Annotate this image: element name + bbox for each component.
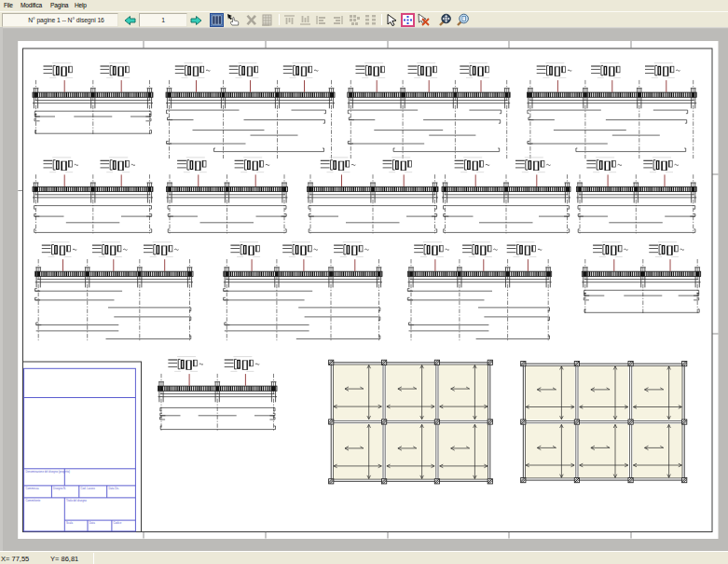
svg-text:Codice: Codice: [114, 521, 122, 525]
svg-text:Scala: Scala: [66, 521, 73, 525]
svg-text:Titolo del disegno: Titolo del disegno: [66, 499, 87, 502]
svg-text:Disegno N.: Disegno N.: [53, 487, 66, 490]
svg-text:Cod. Lavoro: Cod. Lavoro: [81, 487, 96, 490]
svg-text:Commessa: Commessa: [26, 487, 40, 490]
svg-text:Denominazione del disegno (pro: Denominazione del disegno (progetto): [26, 470, 70, 474]
svg-text:Data: Data: [89, 521, 95, 525]
svg-text:Data Dis.: Data Dis.: [109, 487, 120, 490]
svg-text:Committente: Committente: [26, 499, 41, 502]
